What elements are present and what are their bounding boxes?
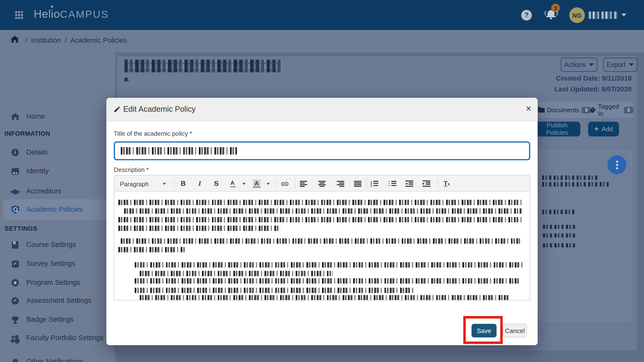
outdent-button[interactable]: [406, 175, 413, 192]
richtext-toolbar: Paragraph B I S A A: [114, 175, 530, 192]
modal-title: Edit Academic Policy: [123, 105, 196, 114]
sidebar-section-information: INFORMATION: [4, 130, 50, 137]
sidebar-item-program-settings[interactable]: Program Settings: [0, 275, 115, 290]
sidebar-item-label: Other Notifications: [26, 357, 84, 362]
redacted-text-line: [124, 208, 522, 214]
bulleted-list-button[interactable]: [388, 175, 396, 192]
kebab-menu-button[interactable]: [607, 155, 626, 174]
paragraph-format-select[interactable]: Paragraph: [120, 175, 149, 192]
link-button[interactable]: [280, 175, 289, 192]
export-label: Export: [606, 61, 626, 69]
modal-header: Edit Academic Policy ×: [106, 98, 538, 121]
sidebar-item-accreditors[interactable]: Accreditors: [0, 184, 115, 199]
policy-shield-search-icon: [11, 205, 19, 214]
align-center-button[interactable]: [318, 175, 326, 192]
brand-logo: HelioCAMPUS ✶: [34, 8, 109, 21]
graduation-cap-icon: [11, 188, 19, 195]
align-left-button[interactable]: [300, 175, 307, 192]
policy-title-input[interactable]: [114, 141, 530, 160]
edit-academic-policy-modal: Edit Academic Policy × Title of the acad…: [106, 98, 538, 345]
tab-label: Documents: [547, 106, 579, 114]
checkbox-icon: [12, 260, 19, 267]
sidebar-item-academic-policies[interactable]: Academic Policies: [0, 202, 115, 217]
close-icon[interactable]: ×: [526, 104, 532, 113]
user-name-redacted: [589, 12, 618, 19]
export-button[interactable]: Export: [603, 58, 638, 72]
indent-button[interactable]: [422, 175, 430, 192]
redacted-text-line: [118, 217, 523, 222]
created-date: Created Date: 9/11/2018: [556, 74, 632, 82]
description-label: Description *: [114, 166, 149, 173]
sidebar-item-details[interactable]: Details: [0, 145, 115, 160]
publish-policies-button[interactable]: Publish Policies: [534, 122, 580, 136]
avatar[interactable]: NG: [569, 8, 585, 23]
redacted-line: [542, 175, 598, 180]
notification-count-badge: 3: [551, 4, 560, 12]
align-right-button[interactable]: [337, 175, 344, 192]
save-button[interactable]: Save: [472, 324, 497, 337]
breadcrumb-item-academic-policies[interactable]: Academic Policies: [70, 37, 127, 45]
highlight-color-button[interactable]: A: [253, 175, 260, 192]
sidebar-item-course-settings[interactable]: Course Settings: [0, 238, 115, 252]
breadcrumb-bar: / Institution / Academic Policies: [0, 30, 644, 53]
people-icon: [11, 334, 19, 342]
tag-icon: [590, 107, 596, 113]
sidebar-item-home[interactable]: Home: [0, 109, 115, 124]
sidebar-item-label: Academic Policies: [26, 205, 83, 214]
redacted-text-line: [135, 262, 523, 267]
last-updated: Last Updated: 8/07/2020: [554, 85, 632, 93]
brand-primary: Helio: [34, 8, 60, 20]
redacted-text-line: [118, 247, 185, 252]
add-label: Add: [602, 125, 613, 133]
info-icon: [12, 149, 19, 156]
align-justify-button[interactable]: [354, 175, 362, 192]
description-editor[interactable]: [114, 192, 530, 300]
italic-button[interactable]: I: [198, 175, 201, 192]
paragraph-caret-icon[interactable]: [163, 175, 166, 192]
tab-strip: Documents 0 Tagged In 0: [531, 102, 634, 118]
home-icon: [11, 113, 19, 120]
highlight-caret-icon[interactable]: [267, 175, 270, 192]
sidebar-item-label: Faculty Portfolio Settings: [26, 334, 104, 342]
breadcrumb-separator: /: [26, 37, 27, 45]
font-color-caret-icon[interactable]: [242, 175, 246, 192]
sidebar-item-identity[interactable]: Identity: [0, 164, 115, 179]
breadcrumb-item-institution[interactable]: Institution: [31, 37, 61, 45]
sidebar-item-other-notifications[interactable]: Other Notifications: [0, 354, 115, 362]
font-color-button[interactable]: A: [230, 175, 234, 192]
bell-icon: [12, 358, 19, 362]
chevron-down-icon[interactable]: [622, 14, 626, 17]
title-field-label: Title of the academic policy *: [114, 130, 192, 137]
brand-sparkle-icon: ✶: [50, 5, 54, 9]
trophy-icon: [11, 316, 19, 324]
sidebar-item-label: Accreditors: [26, 187, 61, 196]
sidebar-item-survey-settings[interactable]: Survey Settings: [0, 256, 115, 271]
tab-tagged-in[interactable]: Tagged In 0: [590, 102, 633, 118]
strikethrough-button[interactable]: S: [214, 175, 218, 192]
breadcrumb: / Institution / Academic Policies: [26, 37, 127, 45]
cancel-button[interactable]: Cancel: [503, 324, 527, 337]
numbered-list-button[interactable]: [370, 175, 378, 192]
toolbar-separator: [174, 178, 175, 189]
redacted-line: [543, 243, 577, 247]
help-icon[interactable]: ?: [521, 10, 532, 21]
redacted-text-line: [140, 271, 333, 276]
publish-policies-label: Publish Policies: [536, 122, 578, 136]
sidebar-item-faculty-portfolio-settings[interactable]: Faculty Portfolio Settings: [0, 331, 115, 346]
bold-button[interactable]: B: [181, 175, 186, 192]
redacted-line: [543, 233, 577, 238]
toolbar-separator: [295, 178, 296, 189]
app-grid-icon[interactable]: [15, 11, 17, 13]
check-circle-icon: [12, 297, 19, 304]
actions-label: Actions: [564, 61, 586, 69]
sidebar-item-assessment-settings[interactable]: Assessment Settings: [0, 293, 115, 308]
redacted-text-line: [118, 200, 523, 205]
sidebar-item-badge-settings[interactable]: Badge Settings: [0, 312, 115, 327]
home-icon[interactable]: [11, 36, 19, 43]
clear-formatting-button[interactable]: Tx: [444, 175, 450, 192]
add-button[interactable]: + Add: [588, 122, 619, 136]
policy-title-value-redacted: [121, 147, 237, 155]
actions-button[interactable]: Actions: [560, 58, 598, 72]
redacted-line: [543, 225, 577, 229]
tab-documents[interactable]: Documents 0: [538, 102, 591, 118]
